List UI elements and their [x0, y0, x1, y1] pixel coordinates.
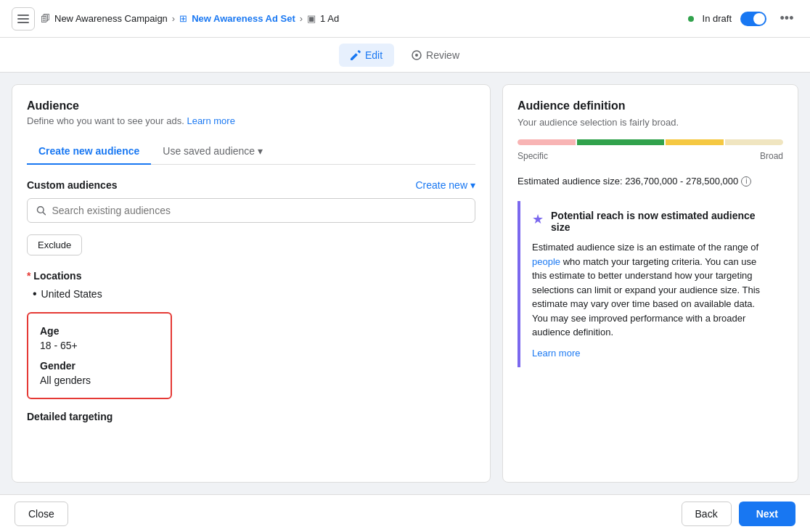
reach-card-header: ★ Potential reach is now estimated audie… — [532, 210, 772, 233]
audience-tabs: Create new audience Use saved audience ▾ — [27, 138, 475, 165]
breadcrumb: 🗐 New Awareness Campaign › ⊞ New Awarene… — [41, 13, 339, 24]
back-button[interactable]: Back — [682, 502, 732, 526]
audience-learn-more-link[interactable]: Learn more — [187, 115, 234, 126]
draft-toggle[interactable] — [740, 12, 766, 26]
star-icon: ★ — [532, 211, 544, 227]
edit-tab-label: Edit — [365, 49, 382, 61]
edit-tab[interactable]: Edit — [339, 44, 394, 67]
search-box[interactable] — [27, 198, 475, 223]
reach-card-body: Estimated audience size is an estimate o… — [532, 240, 772, 340]
specific-label: Specific — [518, 151, 548, 161]
learn-more-link[interactable]: Learn more — [532, 348, 580, 359]
exclude-button[interactable]: Exclude — [27, 234, 82, 255]
gender-value: All genders — [40, 375, 159, 386]
left-panel: Audience Define who you want to see your… — [12, 84, 491, 483]
search-audiences-input[interactable] — [52, 205, 466, 216]
meter-green — [577, 139, 664, 145]
campaign-icon: 🗐 — [41, 13, 50, 24]
reach-card: ★ Potential reach is now estimated audie… — [518, 201, 783, 367]
svg-rect-1 — [17, 18, 29, 20]
tab-create-new-audience[interactable]: Create new audience — [27, 138, 151, 164]
info-icon[interactable]: i — [741, 176, 751, 187]
review-tab-label: Review — [426, 49, 459, 61]
svg-line-6 — [43, 212, 45, 214]
close-button[interactable]: Close — [15, 502, 68, 526]
location-item: • United States — [27, 287, 475, 300]
chevron-down-icon: ▾ — [258, 145, 263, 157]
status-dot — [688, 16, 694, 22]
meter-broad-lightest — [725, 139, 783, 145]
create-new-button[interactable]: Create new ▾ — [415, 179, 475, 191]
meter-broad-light — [666, 139, 724, 145]
adset-icon: ⊞ — [179, 13, 187, 24]
svg-rect-2 — [17, 22, 29, 23]
bottom-right-actions: Back Next — [682, 502, 795, 526]
audience-title: Audience — [27, 99, 475, 112]
audience-definition-subtitle: Your audience selection is fairly broad. — [518, 117, 783, 128]
est-size-text: Estimated audience size: 236,700,000 - 2… — [518, 176, 738, 187]
top-nav: 🗐 New Awareness Campaign › ⊞ New Awarene… — [0, 0, 810, 38]
svg-rect-0 — [17, 15, 29, 16]
ad-icon: ▣ — [307, 13, 316, 24]
right-panel: Audience definition Your audience select… — [502, 84, 798, 483]
audience-meter — [518, 139, 783, 145]
locations-label: Locations — [27, 270, 475, 282]
audience-desc: Define who you want to see your ads. Lea… — [27, 115, 475, 126]
breadcrumb-chevron-1: › — [172, 13, 175, 24]
ad-name[interactable]: 1 Ad — [320, 13, 339, 24]
more-options-button[interactable]: ••• — [775, 7, 798, 30]
chevron-down-icon: ▾ — [470, 179, 475, 191]
tab-use-saved-audience[interactable]: Use saved audience ▾ — [151, 138, 274, 164]
age-value: 18 - 65+ — [40, 340, 159, 351]
bullet-icon: • — [33, 287, 37, 300]
location-value: United States — [41, 288, 102, 300]
custom-audiences-label: Custom audiences — [27, 179, 117, 191]
sidebar-toggle[interactable] — [12, 7, 35, 30]
search-icon — [36, 205, 46, 216]
age-label: Age — [40, 325, 159, 337]
campaign-name[interactable]: New Awareness Campaign — [54, 13, 168, 24]
people-link[interactable]: people — [532, 256, 560, 267]
custom-audiences-header: Custom audiences Create new ▾ — [27, 179, 475, 191]
next-button[interactable]: Next — [739, 502, 795, 526]
estimated-size: Estimated audience size: 236,700,000 - 2… — [518, 176, 783, 187]
sub-nav: Edit Review — [0, 38, 810, 73]
nav-right: In draft ••• — [688, 7, 798, 30]
main-content: Audience Define who you want to see your… — [0, 73, 810, 494]
audience-definition-title: Audience definition — [518, 99, 783, 112]
review-tab[interactable]: Review — [400, 44, 471, 67]
breadcrumb-chevron-2: › — [300, 13, 303, 24]
age-gender-box: Age 18 - 65+ Gender All genders — [27, 312, 172, 399]
reach-card-title: Potential reach is now estimated audienc… — [551, 210, 772, 233]
broad-label: Broad — [760, 151, 783, 161]
gender-label: Gender — [40, 360, 159, 372]
meter-labels: Specific Broad — [518, 151, 783, 161]
svg-point-4 — [415, 54, 418, 57]
status-text: In draft — [703, 13, 732, 24]
meter-specific — [518, 139, 576, 145]
bottom-bar: Close Back Next — [0, 494, 810, 532]
detailed-targeting-label: Detailed targeting — [27, 411, 475, 422]
adset-name[interactable]: New Awareness Ad Set — [192, 13, 295, 24]
